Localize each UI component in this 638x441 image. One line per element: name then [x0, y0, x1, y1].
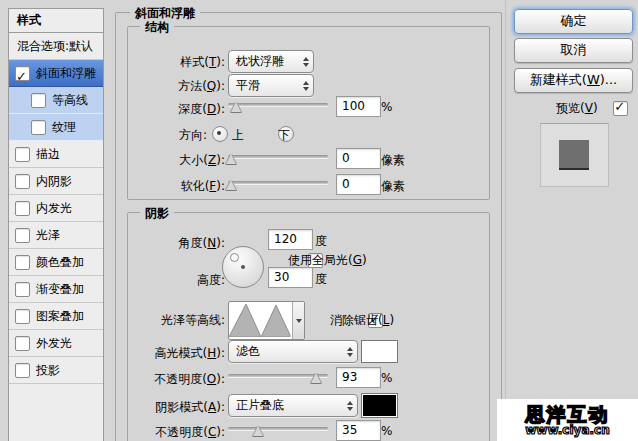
ok-button[interactable]: 确定: [514, 9, 633, 34]
stepper-icon: [343, 401, 357, 411]
sidebar-item-label: 内阴影: [36, 168, 72, 194]
gloss-contour-label: 光泽等高线:: [100, 312, 225, 329]
angle-input[interactable]: 120: [268, 229, 313, 250]
shadow-mode-dropdown[interactable]: 正片叠底: [228, 394, 358, 417]
style-label: 样式(T):: [100, 54, 225, 71]
new-style-button[interactable]: 新建样式(W)...: [514, 68, 633, 93]
slider-track: [228, 103, 328, 106]
direction-label: 方向:: [100, 127, 207, 144]
depth-slider[interactable]: [228, 100, 328, 112]
style-checkbox[interactable]: [15, 228, 30, 243]
sidebar-item[interactable]: 光泽: [9, 222, 103, 249]
style-checkbox[interactable]: [15, 147, 30, 162]
technique-label: 方法(Q):: [100, 78, 225, 95]
preview-well: [540, 123, 609, 187]
soften-unit: 像素: [381, 178, 405, 195]
style-dropdown-value: 枕状浮雕: [229, 53, 299, 70]
styles-list: 混合选项:默认 斜面和浮雕 等高线 纹理 描边 内阴影: [9, 33, 103, 384]
gloss-contour-picker[interactable]: [228, 301, 305, 340]
sidebar-item[interactable]: 内阴影: [9, 168, 103, 195]
watermark: 思洋互动 www.ciya.cn: [497, 399, 638, 441]
slider-thumb[interactable]: [253, 426, 263, 436]
direction-up-label: 上: [232, 127, 244, 144]
sidebar-item[interactable]: 图案叠加: [9, 303, 103, 330]
size-label: 大小(Z):: [100, 152, 225, 169]
highlight-opacity-input[interactable]: 93: [336, 367, 381, 388]
soften-slider[interactable]: [228, 178, 328, 190]
shadow-opacity-label: 不透明度(C):: [100, 424, 225, 441]
highlight-opacity-slider[interactable]: [228, 371, 328, 383]
shadow-opacity-input[interactable]: 35: [336, 420, 381, 441]
slider-thumb[interactable]: [311, 373, 321, 383]
cancel-button[interactable]: 取消: [514, 38, 633, 63]
style-dropdown[interactable]: 枕状浮雕: [228, 50, 314, 73]
sidebar-item-label: 颜色叠加: [36, 249, 84, 275]
style-checkbox[interactable]: [15, 201, 30, 216]
sidebar-item-label: 描边: [36, 141, 60, 167]
sidebar-item[interactable]: 斜面和浮雕: [9, 60, 103, 87]
slider-thumb[interactable]: [231, 102, 241, 112]
altitude-label: 高度:: [100, 272, 225, 289]
sidebar-item[interactable]: 内发光: [9, 195, 103, 222]
highlight-mode-dropdown[interactable]: 滤色: [228, 340, 358, 363]
watermark-url: www.ciya.cn: [525, 424, 609, 437]
technique-dropdown[interactable]: 平滑: [228, 74, 314, 97]
sidebar-item[interactable]: 颜色叠加: [9, 249, 103, 276]
style-checkbox[interactable]: [15, 309, 30, 324]
style-checkbox[interactable]: [31, 93, 46, 108]
sidebar-item-label: 混合选项:默认: [17, 33, 93, 59]
style-checkbox[interactable]: [15, 363, 30, 378]
sidebar-item[interactable]: 纹理: [9, 114, 103, 141]
soften-input[interactable]: 0: [336, 174, 381, 195]
stepper-icon: [343, 347, 357, 357]
slider-track: [228, 181, 328, 184]
dial-center-dot: [241, 265, 245, 269]
dial-angle-marker[interactable]: [230, 253, 239, 262]
shadow-mode-label: 阴影模式(A):: [100, 399, 225, 416]
style-checkbox[interactable]: [15, 174, 30, 189]
contour-thumbnail-icon: [229, 302, 293, 339]
shadow-color-swatch[interactable]: [361, 393, 398, 418]
angle-dial[interactable]: [222, 246, 264, 288]
slider-thumb[interactable]: [226, 154, 236, 164]
layer-style-dialog: 样式 混合选项:默认 斜面和浮雕 等高线 纹理 描边: [0, 0, 638, 441]
direction-up-radio[interactable]: [212, 126, 228, 142]
stepper-icon: [299, 57, 313, 67]
preview-checkbox[interactable]: [613, 101, 628, 116]
highlight-color-swatch[interactable]: [361, 340, 398, 363]
size-slider[interactable]: [228, 152, 328, 164]
structure-title: 结构: [140, 19, 174, 36]
depth-input[interactable]: 100: [336, 96, 381, 117]
slider-track: [228, 155, 328, 158]
style-checkbox[interactable]: [31, 120, 46, 135]
panel-divider: [505, 0, 506, 441]
angle-label: 角度(N):: [100, 235, 225, 252]
sidebar-item-label: 投影: [36, 357, 60, 383]
depth-unit: %: [381, 100, 392, 114]
style-checkbox[interactable]: [15, 336, 30, 351]
slider-thumb[interactable]: [226, 180, 236, 190]
sidebar-item-label: 纹理: [52, 114, 76, 140]
shadow-opacity-slider[interactable]: [228, 424, 328, 436]
sidebar-item[interactable]: 投影: [9, 357, 103, 384]
style-checkbox[interactable]: [15, 282, 30, 297]
preview-swatch: [559, 140, 589, 170]
size-input[interactable]: 0: [336, 148, 381, 169]
style-checkbox[interactable]: [15, 66, 30, 81]
style-checkbox[interactable]: [15, 255, 30, 270]
contour-dropdown-arrow-icon[interactable]: [293, 302, 304, 339]
sidebar-item[interactable]: 混合选项:默认: [9, 33, 103, 60]
sidebar-item[interactable]: 外发光: [9, 330, 103, 357]
sidebar-item[interactable]: 等高线: [9, 87, 103, 114]
highlight-mode-label: 高光模式(H):: [100, 345, 225, 362]
sidebar-item[interactable]: 渐变叠加: [9, 276, 103, 303]
sidebar-item-label: 等高线: [52, 87, 88, 113]
depth-label: 深度(D):: [100, 101, 225, 118]
highlight-opacity-unit: %: [381, 371, 392, 385]
watermark-title: 思洋互动: [526, 404, 610, 424]
styles-sidebar: 样式 混合选项:默认 斜面和浮雕 等高线 纹理 描边: [8, 8, 104, 441]
altitude-input[interactable]: 30: [268, 267, 313, 288]
soften-label: 软化(F):: [100, 178, 225, 195]
sidebar-item[interactable]: 描边: [9, 141, 103, 168]
shading-title: 阴影: [140, 205, 174, 222]
